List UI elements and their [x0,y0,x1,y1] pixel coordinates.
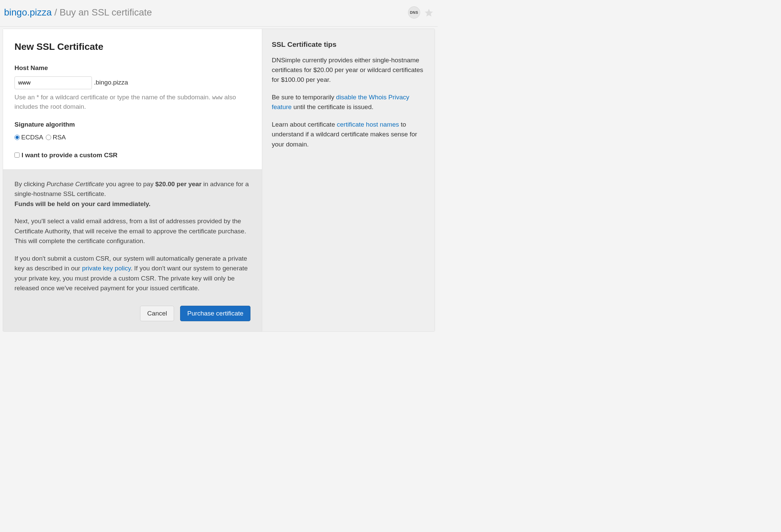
signature-label: Signature algorithm [14,120,250,130]
tips-panel: SSL Certificate tips DNSimple currently … [262,29,435,331]
star-icon[interactable] [424,8,434,17]
signature-field: Signature algorithm ECDSA RSA [14,120,250,142]
custom-csr-label[interactable]: I want to provide a custom CSR [22,151,117,160]
left-panel: New SSL Certificate Host Name .bingo.piz… [3,29,262,331]
footer-paragraph-3: If you don't submit a custom CSR, our sy… [14,254,250,293]
private-key-policy-link[interactable]: private key policy [82,265,131,272]
tips-title: SSL Certificate tips [272,39,425,50]
radio-rsa-input[interactable] [46,135,51,140]
breadcrumb-separator: / [52,7,60,18]
breadcrumb: bingo.pizza / Buy an SSL certificate [4,5,152,20]
button-row: Cancel Purchase certificate [14,306,250,321]
host-name-field: Host Name .bingo.pizza Use an * for a wi… [14,63,250,112]
page-title: Buy an SSL certificate [60,7,152,18]
host-name-help: Use an * for a wildcard certificate or t… [14,93,250,112]
custom-csr-checkbox[interactable] [14,153,20,158]
domain-suffix: .bingo.pizza [94,78,128,88]
footer-section: By clicking Purchase Certificate you agr… [3,169,262,331]
custom-csr-field: I want to provide a custom CSR [14,151,250,160]
tips-paragraph-1: DNSimple currently provides either singl… [272,55,425,85]
cert-host-names-link[interactable]: certificate host names [337,121,399,128]
purchase-button[interactable]: Purchase certificate [180,306,250,321]
radio-ecdsa[interactable]: ECDSA [14,133,43,142]
header-actions: DNS [408,6,434,19]
main-layout: New SSL Certificate Host Name .bingo.piz… [3,29,435,332]
form-section: New SSL Certificate Host Name .bingo.piz… [3,29,262,169]
form-title: New SSL Certificate [14,40,250,54]
page-header: bingo.pizza / Buy an SSL certificate DNS [0,0,438,27]
host-name-input[interactable] [14,76,92,89]
footer-paragraph-2: Next, you'll select a valid email addres… [14,216,250,246]
radio-ecdsa-input[interactable] [14,135,20,140]
dns-badge[interactable]: DNS [408,6,420,19]
tips-paragraph-2: Be sure to temporarily disable the Whois… [272,92,425,112]
domain-link[interactable]: bingo.pizza [4,7,52,18]
host-name-label: Host Name [14,63,250,73]
footer-paragraph-1: By clicking Purchase Certificate you agr… [14,179,250,209]
cancel-button[interactable]: Cancel [140,306,174,321]
tips-paragraph-3: Learn about certificate certificate host… [272,120,425,149]
radio-rsa[interactable]: RSA [46,133,66,142]
